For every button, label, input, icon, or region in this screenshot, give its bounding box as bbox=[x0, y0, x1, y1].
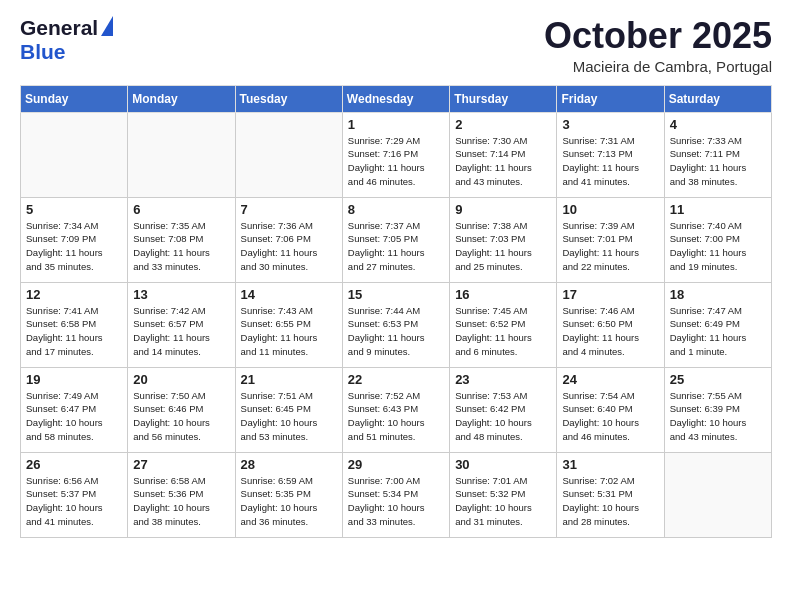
calendar-week-1: 5Sunrise: 7:34 AMSunset: 7:09 PMDaylight… bbox=[21, 197, 772, 282]
logo-blue: Blue bbox=[20, 40, 66, 64]
day-number: 19 bbox=[26, 372, 122, 387]
calendar-table: SundayMondayTuesdayWednesdayThursdayFrid… bbox=[20, 85, 772, 538]
calendar-cell: 17Sunrise: 7:46 AMSunset: 6:50 PMDayligh… bbox=[557, 282, 664, 367]
day-number: 25 bbox=[670, 372, 766, 387]
calendar-cell: 12Sunrise: 7:41 AMSunset: 6:58 PMDayligh… bbox=[21, 282, 128, 367]
day-info: Sunrise: 7:29 AMSunset: 7:16 PMDaylight:… bbox=[348, 134, 444, 189]
day-number: 13 bbox=[133, 287, 229, 302]
day-number: 21 bbox=[241, 372, 337, 387]
day-header-sunday: Sunday bbox=[21, 85, 128, 112]
day-info: Sunrise: 7:30 AMSunset: 7:14 PMDaylight:… bbox=[455, 134, 551, 189]
day-number: 6 bbox=[133, 202, 229, 217]
day-number: 28 bbox=[241, 457, 337, 472]
day-header-wednesday: Wednesday bbox=[342, 85, 449, 112]
day-info: Sunrise: 7:46 AMSunset: 6:50 PMDaylight:… bbox=[562, 304, 658, 359]
day-info: Sunrise: 7:42 AMSunset: 6:57 PMDaylight:… bbox=[133, 304, 229, 359]
day-info: Sunrise: 7:41 AMSunset: 6:58 PMDaylight:… bbox=[26, 304, 122, 359]
calendar-cell: 28Sunrise: 6:59 AMSunset: 5:35 PMDayligh… bbox=[235, 452, 342, 537]
day-info: Sunrise: 7:49 AMSunset: 6:47 PMDaylight:… bbox=[26, 389, 122, 444]
day-number: 11 bbox=[670, 202, 766, 217]
calendar-cell: 24Sunrise: 7:54 AMSunset: 6:40 PMDayligh… bbox=[557, 367, 664, 452]
day-info: Sunrise: 7:50 AMSunset: 6:46 PMDaylight:… bbox=[133, 389, 229, 444]
day-number: 16 bbox=[455, 287, 551, 302]
day-number: 15 bbox=[348, 287, 444, 302]
title-block: October 2025 Macieira de Cambra, Portuga… bbox=[544, 16, 772, 75]
day-number: 29 bbox=[348, 457, 444, 472]
calendar-cell: 21Sunrise: 7:51 AMSunset: 6:45 PMDayligh… bbox=[235, 367, 342, 452]
calendar-cell: 29Sunrise: 7:00 AMSunset: 5:34 PMDayligh… bbox=[342, 452, 449, 537]
day-info: Sunrise: 6:58 AMSunset: 5:36 PMDaylight:… bbox=[133, 474, 229, 529]
location-subtitle: Macieira de Cambra, Portugal bbox=[544, 58, 772, 75]
month-title: October 2025 bbox=[544, 16, 772, 56]
day-number: 17 bbox=[562, 287, 658, 302]
day-info: Sunrise: 7:47 AMSunset: 6:49 PMDaylight:… bbox=[670, 304, 766, 359]
day-header-friday: Friday bbox=[557, 85, 664, 112]
day-number: 12 bbox=[26, 287, 122, 302]
day-number: 7 bbox=[241, 202, 337, 217]
day-number: 3 bbox=[562, 117, 658, 132]
day-info: Sunrise: 7:31 AMSunset: 7:13 PMDaylight:… bbox=[562, 134, 658, 189]
day-info: Sunrise: 7:38 AMSunset: 7:03 PMDaylight:… bbox=[455, 219, 551, 274]
day-number: 30 bbox=[455, 457, 551, 472]
day-number: 27 bbox=[133, 457, 229, 472]
day-info: Sunrise: 7:01 AMSunset: 5:32 PMDaylight:… bbox=[455, 474, 551, 529]
day-info: Sunrise: 7:44 AMSunset: 6:53 PMDaylight:… bbox=[348, 304, 444, 359]
calendar-cell: 31Sunrise: 7:02 AMSunset: 5:31 PMDayligh… bbox=[557, 452, 664, 537]
calendar-cell: 11Sunrise: 7:40 AMSunset: 7:00 PMDayligh… bbox=[664, 197, 771, 282]
calendar-cell: 3Sunrise: 7:31 AMSunset: 7:13 PMDaylight… bbox=[557, 112, 664, 197]
page-header: General Blue October 2025 Macieira de Ca… bbox=[20, 16, 772, 75]
calendar-week-3: 19Sunrise: 7:49 AMSunset: 6:47 PMDayligh… bbox=[21, 367, 772, 452]
calendar-cell: 16Sunrise: 7:45 AMSunset: 6:52 PMDayligh… bbox=[450, 282, 557, 367]
day-info: Sunrise: 7:53 AMSunset: 6:42 PMDaylight:… bbox=[455, 389, 551, 444]
calendar-cell: 6Sunrise: 7:35 AMSunset: 7:08 PMDaylight… bbox=[128, 197, 235, 282]
day-info: Sunrise: 6:59 AMSunset: 5:35 PMDaylight:… bbox=[241, 474, 337, 529]
calendar-cell: 15Sunrise: 7:44 AMSunset: 6:53 PMDayligh… bbox=[342, 282, 449, 367]
day-header-thursday: Thursday bbox=[450, 85, 557, 112]
calendar-cell: 2Sunrise: 7:30 AMSunset: 7:14 PMDaylight… bbox=[450, 112, 557, 197]
calendar-cell: 8Sunrise: 7:37 AMSunset: 7:05 PMDaylight… bbox=[342, 197, 449, 282]
day-header-monday: Monday bbox=[128, 85, 235, 112]
day-header-saturday: Saturday bbox=[664, 85, 771, 112]
logo-general: General bbox=[20, 16, 98, 40]
day-info: Sunrise: 7:37 AMSunset: 7:05 PMDaylight:… bbox=[348, 219, 444, 274]
day-number: 8 bbox=[348, 202, 444, 217]
calendar-cell: 26Sunrise: 6:56 AMSunset: 5:37 PMDayligh… bbox=[21, 452, 128, 537]
day-info: Sunrise: 7:36 AMSunset: 7:06 PMDaylight:… bbox=[241, 219, 337, 274]
day-number: 14 bbox=[241, 287, 337, 302]
calendar-cell: 5Sunrise: 7:34 AMSunset: 7:09 PMDaylight… bbox=[21, 197, 128, 282]
day-info: Sunrise: 7:52 AMSunset: 6:43 PMDaylight:… bbox=[348, 389, 444, 444]
day-number: 1 bbox=[348, 117, 444, 132]
calendar-cell: 14Sunrise: 7:43 AMSunset: 6:55 PMDayligh… bbox=[235, 282, 342, 367]
day-number: 24 bbox=[562, 372, 658, 387]
calendar-cell bbox=[21, 112, 128, 197]
calendar-cell: 7Sunrise: 7:36 AMSunset: 7:06 PMDaylight… bbox=[235, 197, 342, 282]
calendar-cell bbox=[235, 112, 342, 197]
day-info: Sunrise: 7:39 AMSunset: 7:01 PMDaylight:… bbox=[562, 219, 658, 274]
logo: General Blue bbox=[20, 16, 113, 64]
calendar-cell: 13Sunrise: 7:42 AMSunset: 6:57 PMDayligh… bbox=[128, 282, 235, 367]
calendar-week-0: 1Sunrise: 7:29 AMSunset: 7:16 PMDaylight… bbox=[21, 112, 772, 197]
day-info: Sunrise: 7:40 AMSunset: 7:00 PMDaylight:… bbox=[670, 219, 766, 274]
day-header-tuesday: Tuesday bbox=[235, 85, 342, 112]
day-info: Sunrise: 7:54 AMSunset: 6:40 PMDaylight:… bbox=[562, 389, 658, 444]
day-number: 9 bbox=[455, 202, 551, 217]
day-info: Sunrise: 7:51 AMSunset: 6:45 PMDaylight:… bbox=[241, 389, 337, 444]
day-info: Sunrise: 7:45 AMSunset: 6:52 PMDaylight:… bbox=[455, 304, 551, 359]
day-number: 2 bbox=[455, 117, 551, 132]
calendar-cell: 23Sunrise: 7:53 AMSunset: 6:42 PMDayligh… bbox=[450, 367, 557, 452]
logo-icon bbox=[101, 16, 113, 36]
calendar-week-4: 26Sunrise: 6:56 AMSunset: 5:37 PMDayligh… bbox=[21, 452, 772, 537]
day-number: 22 bbox=[348, 372, 444, 387]
day-number: 26 bbox=[26, 457, 122, 472]
day-info: Sunrise: 7:43 AMSunset: 6:55 PMDaylight:… bbox=[241, 304, 337, 359]
day-number: 20 bbox=[133, 372, 229, 387]
calendar-cell bbox=[128, 112, 235, 197]
day-info: Sunrise: 6:56 AMSunset: 5:37 PMDaylight:… bbox=[26, 474, 122, 529]
calendar-cell bbox=[664, 452, 771, 537]
calendar-cell: 18Sunrise: 7:47 AMSunset: 6:49 PMDayligh… bbox=[664, 282, 771, 367]
calendar-header-row: SundayMondayTuesdayWednesdayThursdayFrid… bbox=[21, 85, 772, 112]
day-number: 23 bbox=[455, 372, 551, 387]
calendar-cell: 22Sunrise: 7:52 AMSunset: 6:43 PMDayligh… bbox=[342, 367, 449, 452]
calendar-cell: 1Sunrise: 7:29 AMSunset: 7:16 PMDaylight… bbox=[342, 112, 449, 197]
calendar-cell: 20Sunrise: 7:50 AMSunset: 6:46 PMDayligh… bbox=[128, 367, 235, 452]
